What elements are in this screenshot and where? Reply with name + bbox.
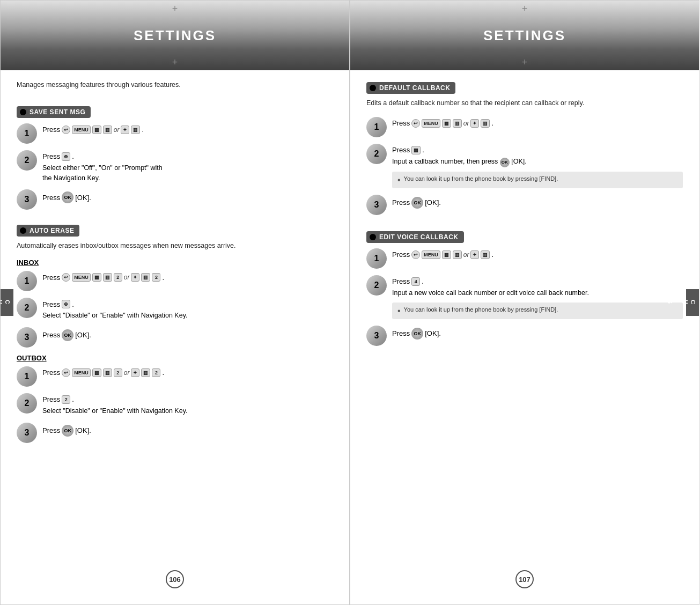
cross-top-right xyxy=(519,3,530,14)
cross-bottom-left xyxy=(170,57,180,68)
ib-ok-label: [OK]. xyxy=(75,331,91,339)
left-intro: Manages messaging features through vario… xyxy=(17,80,333,90)
key3a: ✦ xyxy=(121,126,129,134)
right-page-number: 107 xyxy=(515,570,534,588)
ib-or: or xyxy=(124,274,130,281)
dc-k3: ✦ xyxy=(470,119,479,128)
ok-label3: [OK]. xyxy=(75,194,91,202)
evc-label: EDIT VOICE CALLBACK xyxy=(379,233,459,241)
ssm-step2-content: Press ⊕ . Select either "Off", "On" or "… xyxy=(42,149,333,183)
ssm-step2-row: Press ⊕ . xyxy=(42,152,333,161)
press-ib2: Press xyxy=(42,300,60,308)
press-evc2: Press xyxy=(392,277,410,285)
dc-s3-content: Press OK [OK]. xyxy=(392,194,683,209)
inbox-s2-detail: Select "Disable" or "Enable" with Naviga… xyxy=(42,311,333,321)
dc-step3: 3 Press OK [OK]. xyxy=(366,194,683,215)
ob-s1-circle: 1 xyxy=(17,366,37,387)
evc-k3: ✦ xyxy=(470,250,479,259)
ob-period: . xyxy=(162,368,164,377)
dc-s2-row: Press ▦ . xyxy=(392,146,683,154)
ssm-step1-content: Press ↩ MENU ▦ ▥ or ✦ ▥ . xyxy=(42,122,333,134)
evc-k1: ▦ xyxy=(442,250,451,259)
press-evc3: Press xyxy=(392,329,410,337)
press-ob2: Press xyxy=(42,395,60,403)
evc-s3-content: Press OK [OK]. xyxy=(392,324,683,340)
inbox-title: INBOX xyxy=(17,259,333,267)
dc-nav-key: ▦ xyxy=(411,146,421,154)
phone-key-icon: ↩ xyxy=(62,126,70,134)
ssm-step3-row: Press OK [OK]. xyxy=(42,191,333,203)
inbox-step3: 3 Press OK [OK]. xyxy=(17,326,333,348)
press-ob3: Press xyxy=(42,426,60,434)
inbox-s2-row: Press ⊕ . xyxy=(42,300,333,308)
press-dc3: Press xyxy=(392,198,410,206)
evc-step3: 3 Press OK [OK]. xyxy=(366,324,683,346)
dc-s1-row: Press ↩ MENU ▦ ▥ or ✦ ▥ . xyxy=(392,119,683,128)
ob-s3-content: Press OK [OK]. xyxy=(42,422,333,437)
ob-k5: ▥ xyxy=(141,368,150,377)
dc-desc: Edits a default callback number so that … xyxy=(366,98,683,108)
dc-s2-detail: Input a callback number, then press OK [… xyxy=(392,157,683,167)
dc-k2: ▥ xyxy=(453,119,462,128)
menu-key-icon: MENU xyxy=(72,126,91,134)
dc-k1: ▦ xyxy=(442,119,451,128)
ib-phone-key: ↩ xyxy=(62,273,70,282)
dc-ok-label3: [OK]. xyxy=(425,198,441,206)
dc-step2: 2 Press ▦ . Input a callback number, the… xyxy=(366,143,683,188)
dc-ok-inline: OK xyxy=(500,158,510,167)
evc-s1-content: Press ↩ MENU ▦ ▥ or ✦ ▥ . xyxy=(392,247,683,259)
inbox-s3-circle: 3 xyxy=(17,327,37,348)
left-chapter-label: CH6 xyxy=(0,300,11,305)
dc-menu-key: MENU xyxy=(422,119,440,128)
dc-note-text: You can look it up from the phone book b… xyxy=(404,175,558,185)
dc-k4: ▥ xyxy=(481,119,490,128)
ob-2-key: 2 xyxy=(62,395,70,404)
right-chapter-label: CH6 xyxy=(667,300,696,305)
bullet-icon xyxy=(20,109,26,115)
auto-erase-header: AUTO ERASE xyxy=(17,225,79,237)
press-dc1: Press xyxy=(392,119,410,127)
ob-k3: 2 xyxy=(114,368,122,377)
left-page-header: SETTINGS xyxy=(1,1,349,70)
or1: or xyxy=(114,126,120,134)
inbox-s1-content: Press ↩ MENU ▦ ▥ 2 or ✦ ▥ 2 . xyxy=(42,270,333,282)
ob-s3-circle: 3 xyxy=(17,423,37,443)
left-page: SETTINGS Manages messaging features thro… xyxy=(0,0,350,605)
press-ob1: Press xyxy=(42,368,60,377)
ob-k4: ✦ xyxy=(131,368,139,377)
ob-k6: 2 xyxy=(152,368,160,377)
dc-s2-content: Press ▦ . Input a callback number, then … xyxy=(392,143,683,188)
evc-k2: ▥ xyxy=(453,250,462,259)
ob-menu-key: MENU xyxy=(72,368,91,377)
evc-4-key: 4 xyxy=(411,277,420,286)
dc-period2: . xyxy=(422,146,424,154)
auto-erase-label: AUTO ERASE xyxy=(30,227,74,234)
dc-s3-circle: 3 xyxy=(366,195,387,215)
ib-k2: ▥ xyxy=(103,273,112,282)
press-label2: Press xyxy=(42,152,60,160)
ib-nav-key: ⊕ xyxy=(62,300,70,308)
nav-key-icon: ⊕ xyxy=(62,152,70,161)
ib-ok-key: OK xyxy=(62,329,73,341)
evc-s3-row: Press OK [OK]. xyxy=(392,328,683,340)
evc-k4: ▥ xyxy=(481,250,490,259)
press-ib3: Press xyxy=(42,331,60,339)
dc-note-bullet: • xyxy=(397,175,401,185)
ob-s3-row: Press OK [OK]. xyxy=(42,425,333,437)
step-circle-1: 1 xyxy=(17,123,37,144)
left-page-title: SETTINGS xyxy=(134,27,216,44)
inbox-s1-row: Press ↩ MENU ▦ ▥ 2 or ✦ ▥ 2 . xyxy=(42,273,333,282)
dc-note-box: • You can look it up from the phone book… xyxy=(392,172,683,188)
evc-s2-content: Press 4 . Input a new voice call back nu… xyxy=(392,274,683,319)
edit-voice-callback-header: EDIT VOICE CALLBACK xyxy=(366,231,464,243)
dc-period1: . xyxy=(491,119,493,127)
step-circle-3: 3 xyxy=(17,189,37,210)
inbox-step1: 1 Press ↩ MENU ▦ ▥ 2 or ✦ ▥ 2 . xyxy=(17,270,333,291)
ob-ok-label: [OK]. xyxy=(75,426,91,434)
dc-ok-key3: OK xyxy=(411,197,423,209)
right-page: SETTINGS DEFAULT CALLBACK Edits a defaul… xyxy=(350,0,699,605)
evc-period2: . xyxy=(422,277,424,285)
dc-s3-row: Press OK [OK]. xyxy=(392,197,683,209)
dc-s2-circle: 2 xyxy=(366,144,387,164)
period-ib2: . xyxy=(72,300,74,308)
